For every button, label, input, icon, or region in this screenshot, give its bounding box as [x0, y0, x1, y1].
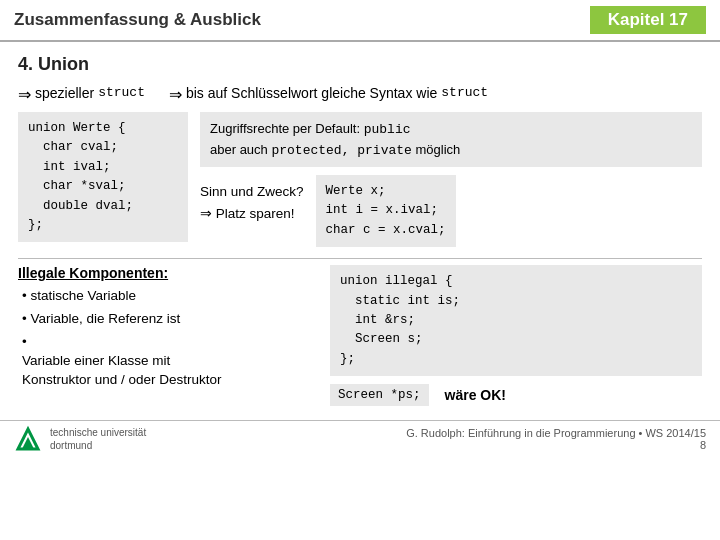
sinn-text: Platz sparen!: [216, 206, 295, 221]
header-title: Zusammenfassung & Ausblick: [14, 10, 261, 30]
section-number: 4.: [18, 54, 33, 74]
content-area: 4. Union ⇒ spezieller struct ⇒ bis auf S…: [0, 42, 720, 414]
col-left: union Werte { char cval; int ival; char …: [18, 112, 188, 250]
struct-code-left: struct: [98, 85, 145, 100]
section-divider: [18, 258, 702, 259]
main-columns: union Werte { char cval; int ival; char …: [18, 112, 702, 250]
sinn-implies-symbol: ⇒: [200, 206, 212, 221]
section-name: Union: [38, 54, 89, 74]
lower-left: Illegale Komponenten: statische Variable…: [18, 265, 318, 393]
footer-univ-line1: technische universität: [50, 426, 146, 439]
illegale-item-3: Variable einer Klasse mit Konstruktor un…: [18, 333, 318, 390]
illegale-item-1: statische Variable: [18, 287, 318, 306]
illegale-title: Illegale Komponenten:: [18, 265, 318, 281]
implies-icon-right: ⇒: [169, 85, 182, 104]
footer-reference: G. Rudolph: Einführung in die Programmie…: [406, 427, 706, 439]
struct-code-right: struct: [441, 85, 488, 100]
sinn-implies: ⇒ Platz sparen!: [200, 203, 304, 225]
union-code-block: union Werte { char cval; int ival; char …: [18, 112, 188, 242]
footer: technische universität dortmund G. Rudol…: [0, 420, 720, 457]
footer-left: technische universität dortmund: [14, 425, 146, 453]
spezieller-label: spezieller: [35, 85, 94, 101]
implies-icon-left: ⇒: [18, 85, 31, 104]
zugriffsrechte-block: Zugriffsrechte per Default: public aber …: [200, 112, 702, 167]
section-title: 4. Union: [18, 54, 702, 75]
werte-code-block: Werte x; int i = x.ival; char c = x.cval…: [316, 175, 456, 247]
screen-ok-row: Screen *ps; wäre OK!: [330, 384, 702, 406]
waere-ok-text: wäre OK!: [445, 387, 506, 403]
sinn-block: Sinn und Zweck? ⇒ Platz sparen!: [200, 175, 304, 224]
illegale-item-1-text: statische Variable: [30, 288, 136, 303]
screen-ok-code: Screen *ps;: [330, 384, 429, 406]
illegale-item-2: Variable, die Referenz ist: [18, 310, 318, 329]
footer-page: 8: [406, 439, 706, 451]
zugriffsrechte-code1: public: [364, 122, 411, 137]
zugriffsrechte-line3: möglich: [416, 142, 461, 157]
sinn-label: Sinn und Zweck?: [200, 181, 304, 203]
header-chapter: Kapitel 17: [590, 6, 706, 34]
footer-university: technische universität dortmund: [50, 426, 146, 452]
tud-logo-icon: [14, 425, 42, 453]
zugriffsrechte-code2: protected, private: [271, 143, 411, 158]
union-illegal-code-block: union illegal { static int is; int &rs; …: [330, 265, 702, 376]
lower-section: Illegale Komponenten: statische Variable…: [18, 265, 702, 406]
sinn-werte-row: Sinn und Zweck? ⇒ Platz sparen! Werte x;…: [200, 175, 702, 247]
illegale-item-2-text: Variable, die Referenz ist: [30, 311, 180, 326]
row1-description: ⇒ spezieller struct ⇒ bis auf Schlüsselw…: [18, 85, 702, 104]
footer-univ-line2: dortmund: [50, 439, 146, 452]
zugriffsrechte-line2: aber auch: [210, 142, 268, 157]
illegale-item-3-text: Variable einer Klasse mit Konstruktor un…: [22, 353, 222, 387]
lower-right: union illegal { static int is; int &rs; …: [330, 265, 702, 406]
col-right: Zugriffsrechte per Default: public aber …: [200, 112, 702, 250]
row1-right-text: bis auf Schlüsselwort gleiche Syntax wie: [186, 85, 437, 101]
header: Zusammenfassung & Ausblick Kapitel 17: [0, 0, 720, 42]
footer-right: G. Rudolph: Einführung in die Programmie…: [406, 427, 706, 451]
zugriffsrechte-line1: Zugriffsrechte per Default:: [210, 121, 360, 136]
